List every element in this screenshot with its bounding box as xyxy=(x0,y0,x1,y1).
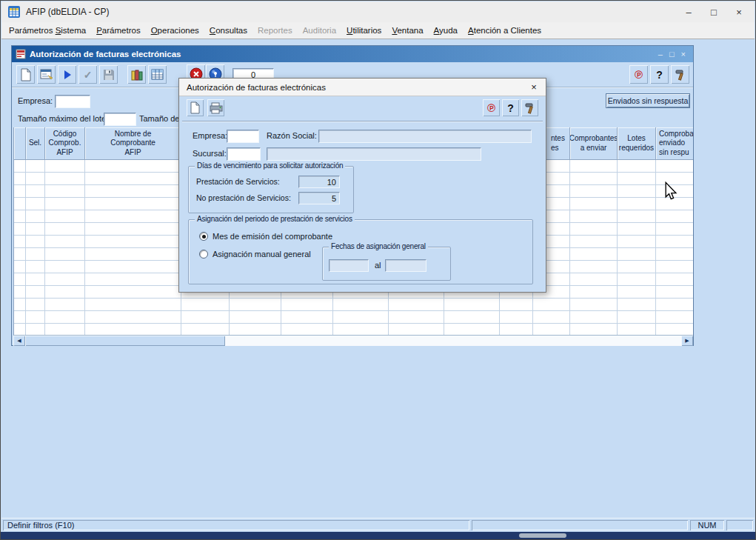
tools-button[interactable] xyxy=(671,65,689,84)
run-button[interactable] xyxy=(58,65,76,84)
sucursal-field[interactable] xyxy=(227,147,261,161)
phone-support-icon: ℗ xyxy=(635,68,643,81)
vencimiento-group-title: Días de vencimiento para solicitar autor… xyxy=(195,161,345,170)
empresa-field[interactable] xyxy=(55,95,90,108)
menu-item-auditoria: Auditoria xyxy=(298,23,341,38)
tamano-del-label-clipped: Tamaño del xyxy=(139,114,181,123)
dialog-title: Autorización de facturas electrónicas xyxy=(187,83,522,92)
new-document-button[interactable] xyxy=(16,65,35,84)
dialog-print-button[interactable] xyxy=(207,99,224,116)
menu-item-operaciones[interactable]: Operaciones xyxy=(146,23,204,38)
menu-item-ventana[interactable]: Ventana xyxy=(387,23,428,38)
radio-asignacion-manual-label: Asignación manual general xyxy=(213,250,311,259)
menu-item-utilitarios[interactable]: Utilitarios xyxy=(341,23,387,38)
table-row[interactable] xyxy=(14,311,693,324)
fechas-groupbox: Fechas de asignación general al xyxy=(322,247,451,281)
scroll-left-button[interactable]: ◀ xyxy=(13,336,25,346)
child-titlebar[interactable]: Autorización de facturas electrónicas – … xyxy=(12,46,693,62)
phone-support-icon: ℗ xyxy=(487,101,495,114)
sucursal-desc-field xyxy=(267,147,481,161)
menu-item-atenci-n-a-clientes[interactable]: Atención a Clientes xyxy=(463,23,546,38)
child-maximize-button[interactable]: □ xyxy=(669,50,675,59)
horizontal-scrollbar[interactable]: ◀ ▶ xyxy=(13,335,693,346)
dialog-empresa-field[interactable] xyxy=(227,130,259,143)
razon-social-field xyxy=(318,130,532,143)
dialog-empresa-label: Empresa: xyxy=(193,131,227,140)
mouse-cursor xyxy=(664,181,678,201)
app-icon xyxy=(7,5,21,19)
menu-item-par-metros[interactable]: Parámetros xyxy=(91,23,145,38)
grid-column-header-row-selector[interactable] xyxy=(14,127,26,160)
table-icon xyxy=(151,69,164,80)
razon-social-label: Razón Social: xyxy=(267,131,317,140)
dialog-new-document-button[interactable] xyxy=(187,99,204,116)
table-row[interactable] xyxy=(14,299,693,311)
al-label: al xyxy=(375,261,381,270)
form-properties-icon xyxy=(40,69,53,81)
tamano-maximo-lote-field[interactable] xyxy=(104,113,136,126)
status-empty-pane xyxy=(472,520,688,530)
radio-button-icon[interactable] xyxy=(199,232,208,241)
child-window-controls: – □ × xyxy=(658,50,686,59)
close-button[interactable]: × xyxy=(726,1,752,22)
properties-button[interactable] xyxy=(37,65,56,84)
application-window: AFIP (dbELDIA - CP) – □ × Parámetros Sis… xyxy=(0,0,756,540)
mdi-client-area: Autorización de facturas electrónicas – … xyxy=(1,39,755,518)
no-prestacion-label: No prestación de Servicios: xyxy=(196,193,291,202)
minimize-button[interactable]: – xyxy=(676,1,701,22)
grid-column-header-lotes-requeridos[interactable]: Lotesrequeridos xyxy=(618,127,656,160)
asignacion-group-title: Asignación del periodo de prestación de … xyxy=(195,215,355,223)
menu-item-ayuda[interactable]: Ayuda xyxy=(429,23,463,38)
new-document-icon xyxy=(20,68,32,81)
child-window-icon xyxy=(16,49,26,59)
dialog-autorizacion: Autorización de facturas electrónicas × … xyxy=(178,78,546,293)
sucursal-label: Sucursal: xyxy=(193,149,227,158)
radio-mes-emision[interactable]: Mes de emisión del comprobante xyxy=(199,232,332,241)
enviados-sin-respuesta-button[interactable]: Enviados sin respuesta xyxy=(606,93,690,108)
status-num-pane: NUM xyxy=(690,520,724,530)
dialog-tools-button[interactable] xyxy=(521,99,538,116)
asignacion-groupbox: Asignación del periodo de prestación de … xyxy=(188,219,533,284)
dialog-close-button[interactable]: × xyxy=(522,79,546,96)
child-close-button[interactable]: × xyxy=(681,50,686,59)
help-icon: ? xyxy=(656,69,663,81)
help-icon: ? xyxy=(507,102,514,114)
taskbar-fragment xyxy=(519,533,566,538)
menu-item-reportes: Reportes xyxy=(252,23,298,38)
grid-column-header-codigo-comprob-afip[interactable]: CódigoComprob.AFIP xyxy=(45,127,85,160)
export-database-button[interactable] xyxy=(127,65,146,84)
no-prestacion-dias-field[interactable]: 5 xyxy=(298,192,340,204)
child-minimize-button[interactable]: – xyxy=(658,50,663,59)
table-row[interactable] xyxy=(14,324,693,335)
grid-column-header-nombre-comprobante-afip[interactable]: Nombre deComprobanteAFIP xyxy=(85,127,181,160)
prestacion-dias-field[interactable]: 10 xyxy=(298,176,340,188)
confirm-button[interactable]: ✓ xyxy=(78,65,97,84)
maximize-button[interactable]: □ xyxy=(701,1,726,22)
dialog-titlebar[interactable]: Autorización de facturas electrónicas × xyxy=(179,79,546,96)
scrollbar-thumb[interactable] xyxy=(25,336,225,346)
menu-item-par-metros-sistema[interactable]: Parámetros Sistema xyxy=(4,23,91,38)
radio-button-icon[interactable] xyxy=(199,250,208,259)
fecha-hasta-field xyxy=(385,259,426,272)
check-icon: ✓ xyxy=(84,69,93,81)
phone-support-button[interactable]: ℗ xyxy=(629,65,648,84)
tools-icon xyxy=(524,102,536,114)
grid-column-header-comprobantes-enviados-partial[interactable]: Comprobaenviadosin respu xyxy=(656,127,693,160)
dialog-help-button[interactable]: ? xyxy=(502,99,519,116)
radio-mes-emision-label: Mes de emisión del comprobante xyxy=(213,232,332,241)
empresa-label: Empresa: xyxy=(18,96,53,105)
help-button[interactable]: ? xyxy=(650,65,669,84)
save-button[interactable] xyxy=(99,65,118,84)
new-document-icon xyxy=(190,101,201,114)
menu-item-consultas[interactable]: Consultas xyxy=(204,23,252,38)
scroll-right-button[interactable]: ▶ xyxy=(681,336,693,346)
menu-bar: Parámetros SistemaParámetrosOperacionesC… xyxy=(1,22,755,39)
grid-column-header-comprobantes-a-enviar[interactable]: Comprobantesa enviar xyxy=(570,127,618,160)
radio-asignacion-manual[interactable]: Asignación manual general xyxy=(199,250,311,259)
dialog-phone-support-button[interactable]: ℗ xyxy=(483,99,500,116)
printer-icon xyxy=(210,102,223,114)
status-empty-pane-2 xyxy=(726,520,753,530)
dialog-toolbar: ℗ ? xyxy=(179,96,546,121)
grid-column-header-sel[interactable]: Sel. xyxy=(26,127,45,160)
view-table-button[interactable] xyxy=(148,65,167,84)
